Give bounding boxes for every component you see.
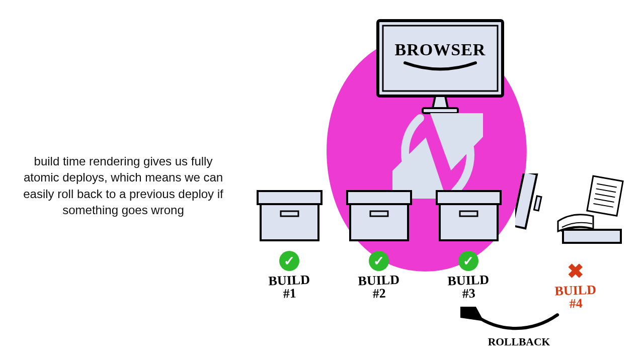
browser-monitor-icon: BROWSER xyxy=(375,18,506,118)
caption-text: build time rendering gives us fully atom… xyxy=(18,153,229,219)
monitor-label: BROWSER xyxy=(395,40,486,59)
rollback-label: ROLLBACK xyxy=(488,336,550,348)
diagram-stage: BROWSER BUILD#1 xyxy=(236,0,644,362)
svg-rect-13 xyxy=(534,196,541,211)
cross-icon xyxy=(566,261,586,281)
build-label: BUILD#2 xyxy=(358,274,400,301)
svg-rect-12 xyxy=(515,173,537,228)
svg-rect-2 xyxy=(423,108,458,113)
box-icon xyxy=(345,186,413,244)
build-2: BUILD#2 xyxy=(341,186,417,347)
rollback-arrow-icon: ROLLBACK xyxy=(460,307,591,352)
box-icon xyxy=(435,186,503,244)
check-icon xyxy=(369,251,389,271)
build-1: BUILD#1 xyxy=(252,186,327,347)
svg-rect-4 xyxy=(370,211,388,216)
svg-rect-6 xyxy=(587,176,623,216)
check-icon xyxy=(279,251,299,271)
check-icon xyxy=(458,251,478,271)
svg-rect-3 xyxy=(281,211,298,216)
svg-rect-5 xyxy=(460,211,477,216)
svg-rect-14 xyxy=(563,230,621,243)
build-label: BUILD#3 xyxy=(447,274,490,301)
box-icon xyxy=(256,186,324,244)
exploded-box-icon xyxy=(520,186,631,254)
build-label: BUILD#1 xyxy=(268,274,310,301)
